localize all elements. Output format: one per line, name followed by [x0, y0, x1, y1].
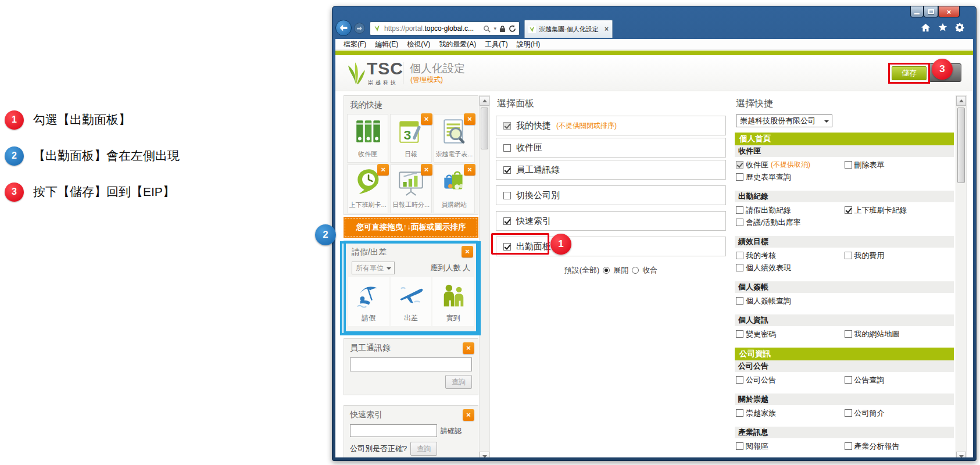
trip-tile[interactable]: 出差	[391, 277, 432, 326]
panel-row-quick-index[interactable]: 快速索引	[496, 211, 726, 231]
scroll-up-button[interactable]	[480, 96, 489, 106]
browser-tab[interactable]: 崇越集團-個人化設定 ×	[524, 20, 613, 38]
maximize-button[interactable]	[924, 6, 938, 17]
remove-shortcut-icon[interactable]: ×	[464, 164, 475, 176]
shortcut-tile-inbox[interactable]: 收件匣	[347, 114, 388, 163]
checkbox[interactable]	[736, 173, 743, 181]
panel-row-my-shortcuts[interactable]: 我的快捷 (不提供關閉或排序)	[496, 116, 726, 135]
home-icon[interactable]	[921, 23, 931, 32]
middle-scrollbar[interactable]	[479, 95, 490, 457]
shortcut-tile-work-hours[interactable]: 日報工時分... ×	[390, 164, 431, 213]
menu-tools[interactable]: 工具(T)	[485, 40, 507, 49]
checkbox[interactable]	[736, 252, 743, 259]
close-panel-icon[interactable]: ×	[462, 246, 473, 257]
shortcut-option[interactable]: 我的網站地圖	[845, 328, 953, 340]
scrollbar-thumb[interactable]	[957, 108, 965, 183]
shortcut-option[interactable]: 崇越家族	[736, 407, 845, 419]
remove-shortcut-icon[interactable]: ×	[421, 113, 432, 125]
menu-help[interactable]: 說明(H)	[517, 40, 541, 49]
checkbox[interactable]	[503, 217, 511, 225]
scrollbar-thumb[interactable]	[481, 108, 488, 149]
shortcut-option[interactable]: 上下班刷卡紀錄	[845, 204, 953, 216]
menu-edit[interactable]: 編輯(E)	[375, 40, 398, 49]
checkbox[interactable]	[736, 161, 743, 169]
shortcut-tile-shopping[interactable]: 員購網站 ×	[434, 164, 475, 213]
checkbox[interactable]	[845, 376, 852, 384]
close-panel-icon[interactable]: ×	[463, 409, 474, 421]
back-button[interactable]	[335, 20, 352, 36]
shortcut-option[interactable]: 個人績效表現	[736, 262, 845, 274]
checkbox[interactable]	[845, 442, 852, 450]
shortcut-option[interactable]: 我的考核	[736, 249, 845, 262]
shortcut-tile-eform[interactable]: 崇越電子表... ×	[434, 114, 475, 163]
unit-dropdown[interactable]: 所有單位	[352, 262, 395, 274]
scroll-up-button[interactable]	[956, 96, 966, 106]
save-button[interactable]: 儲存	[892, 66, 927, 80]
shortcut-option[interactable]: 請假出勤紀錄	[736, 204, 845, 216]
shortcut-option[interactable]: 變更密碼	[736, 328, 845, 340]
menu-file[interactable]: 檔案(F)	[344, 40, 366, 49]
shortcut-option[interactable]: 個人簽帳查詢	[736, 295, 845, 307]
checkbox[interactable]	[845, 330, 852, 338]
refresh-icon[interactable]	[509, 25, 516, 33]
leave-tile[interactable]: 請假	[348, 277, 389, 326]
shortcut-tile-daily-report[interactable]: 3 日報 ×	[390, 114, 431, 163]
right-scrollbar[interactable]	[956, 95, 967, 457]
forward-button[interactable]	[354, 23, 365, 34]
scroll-down-button[interactable]	[956, 452, 966, 457]
search-icon[interactable]	[483, 25, 491, 33]
company-dropdown[interactable]: 崇越科技股份有限公司	[736, 115, 832, 127]
checkbox[interactable]	[736, 264, 743, 271]
remove-shortcut-icon[interactable]: ×	[464, 113, 475, 125]
checkbox[interactable]	[503, 192, 511, 199]
shortcut-option[interactable]: 會議/活動出席率	[736, 216, 845, 228]
address-bar[interactable]: https://portal.topco-global.c... ▾	[370, 22, 520, 35]
checkbox[interactable]	[736, 376, 743, 384]
checkbox[interactable]	[736, 330, 743, 338]
quick-index-query-button[interactable]: 查詢	[410, 442, 437, 456]
search-dropdown-icon[interactable]: ▾	[493, 26, 496, 31]
directory-search-input[interactable]	[350, 357, 472, 371]
directory-query-button[interactable]: 查詢	[445, 375, 472, 389]
checkbox[interactable]	[845, 206, 852, 214]
checkbox[interactable]	[503, 166, 511, 174]
menu-view[interactable]: 檢視(V)	[407, 40, 430, 49]
checkbox[interactable]	[736, 409, 743, 417]
checkbox[interactable]	[736, 219, 743, 226]
menu-favorites[interactable]: 我的最愛(A)	[439, 40, 476, 49]
checkbox[interactable]	[736, 297, 743, 305]
checkbox[interactable]	[736, 442, 743, 450]
favorites-star-icon[interactable]	[938, 23, 947, 32]
shortcut-tile-punch-card[interactable]: 上下班刷卡... ×	[347, 164, 388, 213]
shortcut-option[interactable]: 公司簡介	[845, 407, 953, 419]
checkbox[interactable]	[736, 206, 743, 214]
checkbox[interactable]	[845, 161, 852, 169]
shortcut-option[interactable]: 產業分析報告	[845, 440, 953, 452]
shortcut-option[interactable]: 公告查詢	[845, 374, 953, 386]
remove-shortcut-icon[interactable]: ×	[377, 164, 389, 176]
close-panel-icon[interactable]: ×	[463, 342, 474, 354]
remove-shortcut-icon[interactable]: ×	[421, 164, 432, 176]
shortcut-option[interactable]: 歷史表單查詢	[736, 171, 845, 183]
tab-close-icon[interactable]: ×	[605, 25, 609, 33]
scroll-down-button[interactable]	[480, 452, 489, 457]
radio-expand[interactable]	[603, 267, 610, 274]
close-button[interactable]: ×	[938, 6, 960, 17]
shortcut-option[interactable]: 閱報區	[736, 440, 845, 452]
panel-row-inbox[interactable]: 收件匣	[496, 138, 726, 158]
shortcut-option[interactable]: 收件匣 (不提供取消)	[736, 159, 845, 171]
checkbox[interactable]	[503, 144, 511, 152]
shortcut-option[interactable]: 公司公告	[736, 374, 845, 386]
checkbox[interactable]	[845, 252, 852, 259]
checkbox[interactable]	[845, 409, 852, 417]
panel-row-directory[interactable]: 員工通訊錄	[496, 160, 726, 180]
shortcut-option[interactable]: 我的費用	[845, 249, 953, 262]
attendance-tile[interactable]: 實到	[432, 277, 474, 326]
panel-row-switch-company[interactable]: 切換公司別	[496, 185, 726, 205]
radio-collapse[interactable]	[632, 267, 639, 274]
quick-index-input[interactable]	[350, 424, 437, 437]
minimize-button[interactable]	[910, 6, 924, 17]
shortcut-option[interactable]: 刪除表單	[845, 159, 953, 171]
settings-gear-icon[interactable]	[955, 23, 964, 32]
checkbox[interactable]	[503, 122, 511, 130]
